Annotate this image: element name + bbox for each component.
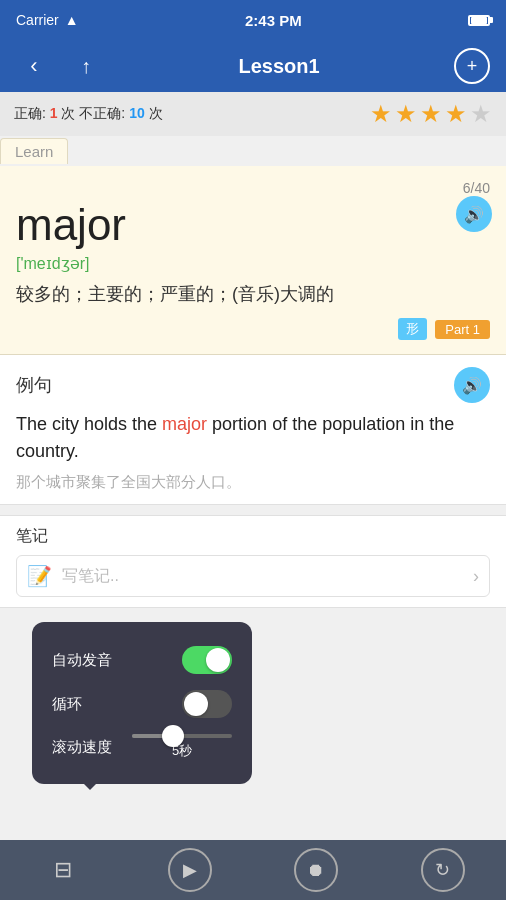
loop-label: 循环 — [52, 695, 82, 714]
time-label: 2:43 PM — [245, 12, 302, 29]
example-chinese: 那个城市聚集了全国大部分人口。 — [16, 471, 490, 492]
phonetic-text: ['meɪdʒər] — [16, 254, 490, 273]
star-5: ★ — [470, 100, 492, 128]
part-badge: Part 1 — [435, 320, 490, 339]
notes-placeholder: 写笔记.. — [62, 566, 463, 587]
status-bar: Carrier ▲ 2:43 PM — [0, 0, 506, 40]
notes-input-area[interactable]: 📝 写笔记.. › — [16, 555, 490, 597]
auto-sound-knob — [206, 648, 230, 672]
example-label: 例句 — [16, 373, 52, 397]
example-english: The city holds the major portion of the … — [16, 411, 490, 465]
correct-label: 正确: — [14, 105, 46, 121]
star-2: ★ — [395, 100, 417, 128]
edit-icon: 📝 — [27, 564, 52, 588]
add-button[interactable]: + — [454, 48, 490, 84]
play-button[interactable]: ▶ — [168, 848, 212, 892]
speed-value: 5秒 — [132, 742, 232, 760]
learn-tab[interactable]: Learn — [0, 138, 68, 164]
refresh-button[interactable]: ↻ — [421, 848, 465, 892]
bottom-bar: ⊟ ▶ ⏺ ↻ — [0, 840, 506, 900]
word-card: 6/40 major ['meɪdʒər] 较多的；主要的；严重的；(音乐)大调… — [0, 166, 506, 355]
up-button[interactable]: ↑ — [68, 48, 104, 84]
play-icon: ▶ — [183, 859, 197, 881]
loop-row: 循环 — [52, 682, 232, 726]
battery-icon — [468, 15, 490, 26]
word-sound-button[interactable]: 🔊 — [456, 196, 492, 232]
settings-popup: 自动发音 循环 滚动速度 5秒 — [32, 622, 252, 784]
nav-bar: ‹ ↑ Lesson1 + — [0, 40, 506, 92]
loop-knob — [184, 692, 208, 716]
auto-sound-row: 自动发音 — [52, 638, 232, 682]
example-speaker-icon: 🔊 — [462, 376, 482, 395]
speed-row: 滚动速度 5秒 — [52, 726, 232, 768]
page-title: Lesson1 — [104, 55, 454, 78]
loop-toggle[interactable] — [182, 690, 232, 718]
word-text: major — [16, 200, 490, 250]
settings-button[interactable]: ⊟ — [41, 848, 85, 892]
example-before: The city holds the — [16, 414, 162, 434]
wrong-unit: 次 — [149, 105, 163, 121]
definition-text: 较多的；主要的；严重的；(音乐)大调的 — [16, 281, 490, 308]
carrier-label: Carrier — [16, 12, 59, 28]
speaker-icon: 🔊 — [464, 205, 484, 224]
settings-icon: ⊟ — [54, 857, 72, 883]
word-type-badge: 形 — [398, 318, 427, 340]
star-rating: ★ ★ ★ ★ ★ — [370, 100, 492, 128]
slider-track — [132, 734, 232, 738]
notes-label: 笔记 — [16, 526, 490, 547]
speed-label: 滚动速度 — [52, 738, 112, 757]
star-4: ★ — [445, 100, 467, 128]
example-sound-button[interactable]: 🔊 — [454, 367, 490, 403]
refresh-icon: ↻ — [435, 859, 450, 881]
card-progress: 6/40 — [463, 180, 490, 196]
wrong-count: 10 — [129, 105, 145, 121]
slider-knob[interactable] — [162, 725, 184, 747]
back-button[interactable]: ‹ — [16, 48, 52, 84]
auto-sound-label: 自动发音 — [52, 651, 112, 670]
example-section: 例句 🔊 The city holds the major portion of… — [0, 355, 506, 505]
notes-arrow-icon: › — [473, 566, 479, 587]
notes-section: 笔记 📝 写笔记.. › — [0, 515, 506, 608]
wrong-label: 不正确: — [79, 105, 125, 121]
star-1: ★ — [370, 100, 392, 128]
correct-count: 1 — [50, 105, 58, 121]
speed-slider[interactable]: 5秒 — [132, 734, 232, 760]
stats-row: 正确: 1 次 不正确: 10 次 ★ ★ ★ ★ ★ — [0, 92, 506, 136]
record-button[interactable]: ⏺ — [294, 848, 338, 892]
star-3: ★ — [420, 100, 442, 128]
example-highlight: major — [162, 414, 207, 434]
wifi-icon: ▲ — [65, 12, 79, 28]
correct-unit: 次 — [61, 105, 75, 121]
auto-sound-toggle[interactable] — [182, 646, 232, 674]
record-icon: ⏺ — [307, 860, 325, 881]
